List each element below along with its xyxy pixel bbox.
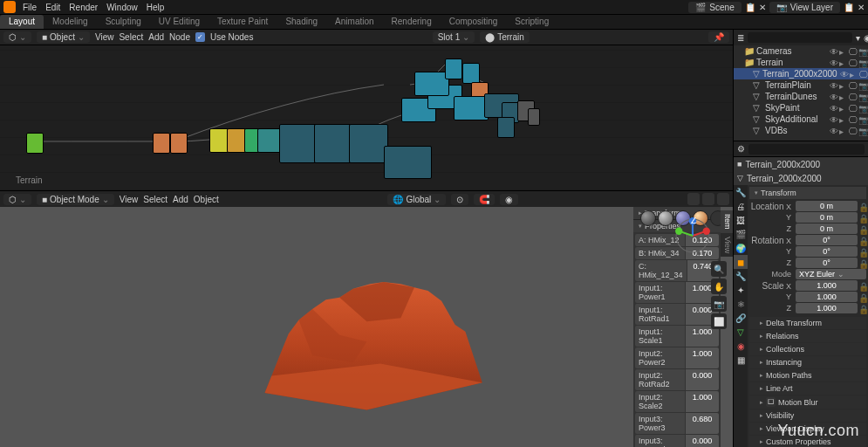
ptab-scene[interactable]: 🎬 [734,227,748,241]
shading-wireframe[interactable] [640,210,656,226]
panel-collections[interactable]: Collections [749,343,866,355]
shading-solid[interactable] [658,210,673,226]
panel-instancing[interactable]: Instancing [749,356,866,368]
ptab-material[interactable]: ◉ [734,339,748,353]
transform-header[interactable]: Transform [749,187,866,199]
select-icon[interactable]: ▸ [839,81,847,89]
viewport-editor-icon[interactable]: ⬡ [3,194,31,205]
viewlayer-close-icon[interactable]: ✕ [858,3,865,12]
ptab-texture[interactable]: ▦ [734,353,748,367]
ptab-viewlayer[interactable]: 🖼 [734,213,748,227]
select-icon[interactable]: ▸ [839,47,847,55]
terrain-mesh[interactable] [103,260,631,423]
pin-icon[interactable]: 📌 [708,31,729,43]
ptab-physics[interactable]: ⚛ [734,297,748,311]
visibility-icon[interactable]: 👁 [830,93,837,100]
panel-line-art[interactable]: Line Art [749,382,866,395]
tab-uv[interactable]: UV Editing [150,15,208,29]
vp-menu-select[interactable]: Select [143,195,167,204]
node-editor[interactable]: ⬡ ■ Object View Select Add Node ✓ Use No… [0,30,733,191]
rotation-z-field[interactable]: 0° [796,258,858,268]
gizmo-toggle[interactable] [687,193,700,205]
tab-sculpting[interactable]: Sculpting [97,15,150,29]
blender-logo[interactable] [3,1,16,13]
node-menu-view[interactable]: View [95,32,114,42]
outliner-new-collection-icon[interactable]: ◉ [864,33,868,43]
tab-compositing[interactable]: Compositing [441,15,507,29]
proportional-icon[interactable]: ◉ [500,194,518,205]
xray-toggle[interactable] [717,193,729,205]
ptab-particles[interactable]: ✦ [734,283,748,297]
overlay-toggle[interactable] [702,193,714,205]
rotation-mode-select[interactable]: XYZ Euler [796,269,866,279]
nav-camera-icon[interactable]: 📷 [711,296,727,312]
outliner-item-4[interactable]: ▽TerrainDunes👁▸🖵📷 [734,91,868,102]
ptab-modifiers[interactable]: 🔧 [734,269,748,283]
ptab-render[interactable]: 🔧 [734,185,748,199]
outliner-editor-icon[interactable]: ≣ [737,33,744,43]
node-menu-add[interactable]: Add [148,32,164,42]
prop-value-10[interactable]: 0.000 [686,435,719,447]
sidebar-tab-item[interactable]: Item [721,210,733,233]
render-icon[interactable]: 📷 [858,127,866,134]
disable-icon[interactable]: 🖵 [849,47,857,55]
render-icon[interactable]: 📷 [858,115,866,123]
ptab-object[interactable]: ◼ [734,255,748,269]
pivot-icon[interactable]: ⊙ [451,194,468,205]
mode-selector[interactable]: ■ Object Mode [37,194,114,205]
visibility-icon[interactable]: 👁 [830,127,837,134]
tab-rendering[interactable]: Rendering [383,15,441,29]
visibility-icon[interactable]: 👁 [830,47,837,55]
prop-value-8[interactable]: 1.000 [686,391,719,412]
material-selector[interactable]: ⬤ Terrain [480,31,530,43]
3d-viewport[interactable]: ⬡ ■ Object Mode View Select Add Object 🌐… [0,191,733,447]
lock-icon[interactable]: 🔒 [858,203,866,210]
disable-icon[interactable]: 🖵 [859,70,867,78]
editor-type-icon[interactable]: ⬡ [3,31,31,43]
select-icon[interactable]: ▸ [839,104,847,112]
select-icon[interactable]: ▸ [839,127,847,134]
tab-layout[interactable]: Layout [0,15,44,29]
outliner-search[interactable] [748,32,852,43]
tab-shading[interactable]: Shading [277,15,326,29]
scene-selector[interactable]: 🎬 Scene [688,2,741,13]
nav-move-icon[interactable]: ✋ [711,279,727,294]
render-icon[interactable]: 📷 [858,93,866,100]
outliner-item-7[interactable]: ▽VDBs👁▸🖵📷 [734,125,868,136]
outliner-item-3[interactable]: ▽TerrainPlain👁▸🖵📷 [734,79,868,91]
scale-x-field[interactable]: 1.000 [796,280,858,291]
panel-delta-transform[interactable]: Delta Transform [749,317,866,329]
outliner-filter-icon[interactable]: ▾ [856,33,860,43]
tab-modeling[interactable]: Modeling [44,15,97,29]
prop-value-6[interactable]: 1.000 [686,347,719,368]
snap-icon[interactable]: 🧲 [474,194,495,205]
render-icon[interactable]: 📷 [858,81,866,89]
outliner-item-5[interactable]: ▽SkyPaint👁▸🖵📷 [734,102,868,113]
select-icon[interactable]: ▸ [839,93,847,100]
prop-value-7[interactable]: 0.000 [686,369,719,390]
orientation-selector[interactable]: 🌐 Global [387,194,446,205]
scene-new-icon[interactable]: ✕ [759,3,766,12]
vp-menu-object[interactable]: Object [194,195,219,204]
select-icon[interactable]: ▸ [839,115,847,123]
node-object-selector[interactable]: ■ Object [37,31,90,43]
use-nodes-checkbox[interactable]: ✓ [195,32,205,42]
outliner-item-2[interactable]: ▽Terrain_2000x2000👁▸🖵📷 [734,68,868,79]
outliner-item-6[interactable]: ▽SkyAdditional👁▸🖵📷 [734,113,868,125]
panel-motion-paths[interactable]: Motion Paths [749,369,866,382]
menu-render[interactable]: Render [69,3,98,12]
menu-file[interactable]: File [23,3,37,12]
render-icon[interactable]: 📷 [858,58,866,66]
disable-icon[interactable]: 🖵 [849,93,857,100]
disable-icon[interactable]: 🖵 [849,127,857,134]
visibility-icon[interactable]: 👁 [830,115,837,123]
viewlayer-browse-icon[interactable]: 📋 [844,3,854,12]
location-z-field[interactable]: 0 m [796,224,858,234]
rotation-y-field[interactable]: 0° [796,246,858,257]
render-icon[interactable]: 📷 [858,104,866,112]
prop-value-9[interactable]: 0.680 [686,413,719,434]
outliner-item-1[interactable]: 📁Terrain👁▸🖵📷 [734,57,868,68]
menu-help[interactable]: Help [147,3,165,12]
properties-search[interactable] [748,144,865,155]
nav-zoom-icon[interactable]: 🔍 [711,261,727,277]
